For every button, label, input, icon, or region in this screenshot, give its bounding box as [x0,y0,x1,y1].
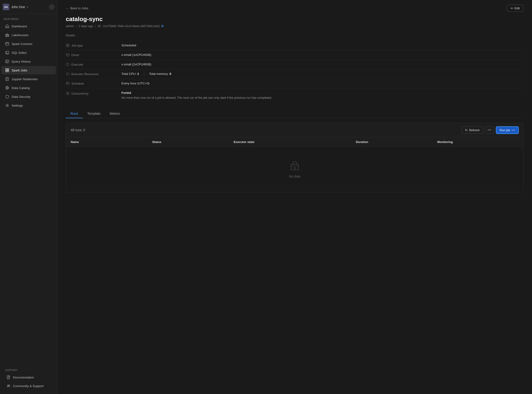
settings-icon [5,103,9,108]
sidebar-item-label: SQL Editor [12,51,27,54]
tab-runs[interactable]: Runs [66,109,83,118]
svg-rect-16 [66,44,67,45]
sidebar-item-data-security[interactable]: Data Security [1,93,56,101]
job-id: ID: 2c275906-794b-42c4-bbed-c897289c1e61… [98,24,164,28]
sidebar-item-spark-connect[interactable]: Spark Connect [1,40,56,48]
col-header-duration: Duration [356,140,438,144]
back-to-jobs-link[interactable]: ← Back to Jobs [66,6,88,10]
concurrency-value: Forbid No more than one run of a job is … [121,91,524,100]
concurrency-label: Concurrency [71,92,88,95]
community-icon [6,384,11,388]
runs-actions: ↻ Refresh </> Run job </> [462,126,519,134]
top-bar: ← Back to Jobs ✏ Edit [66,5,524,12]
sidebar-item-sql-editor[interactable]: SQL Editor [1,48,56,57]
runs-header: All runs: 0 ↻ Refresh </> Run job </> [66,123,523,137]
executor-icon [66,62,70,66]
detail-row-job-type: Job type Scheduled [66,41,524,50]
user-name: John Doe [11,5,25,9]
lakehouse-icon [5,33,9,37]
detail-row-executor-resources: Executor Resources Total CPU: 2 | Total … [66,69,524,79]
svg-rect-19 [68,46,69,47]
avatar: AA [3,4,9,10]
col-header-executor-state: Executor state [233,140,356,144]
job-type-label: Job type [71,44,83,47]
svg-point-14 [8,385,9,386]
svg-point-12 [7,105,8,106]
concurrency-icon [66,92,70,95]
job-title: catalog-sync [66,16,524,23]
svg-rect-6 [5,69,7,70]
support-section: SUPPORT Documentation Community & Suppor… [0,363,57,394]
svg-rect-23 [291,164,299,170]
collapse-sidebar-button[interactable]: ‹ [49,4,54,10]
sidebar-item-data-catalog[interactable]: Data Catalog [1,84,56,92]
sidebar-item-label: Data Catalog [12,86,30,90]
sql-icon [5,51,9,55]
sidebar-item-documentation[interactable]: Documentation [3,373,54,382]
sidebar-item-label: Settings [12,104,23,107]
no-data-text: No data [289,175,300,178]
home-icon [5,24,9,28]
support-label: SUPPORT [1,365,56,373]
detail-row-driver: Driver x-small (1vCPU/4GB) [66,50,524,60]
chevron-down-icon: ▾ [27,6,28,8]
svg-rect-0 [5,35,9,37]
driver-label: Driver [71,53,79,57]
sidebar-item-label: Dashboard [12,25,27,28]
details-section: Details Job type Scheduled Driver [66,34,524,103]
col-header-monitoring: Monitoring [437,140,519,144]
sidebar-item-settings[interactable]: Settings [1,101,56,110]
code-button[interactable]: </> [485,127,494,134]
sidebar-item-community-support[interactable]: Community & Support [3,382,54,390]
sidebar-item-label: Documentation [13,376,34,379]
edit-button[interactable]: ✏ Edit [507,5,524,12]
spark-connect-icon [5,42,9,46]
tab-metrics[interactable]: Metrics [105,109,125,118]
col-header-status: Status [152,140,234,144]
sidebar-item-label: Spark Jobs [12,69,27,72]
details-title: Details [66,34,524,37]
svg-rect-18 [66,46,67,47]
copy-icon[interactable]: ⧉ [161,24,164,28]
no-data-icon [289,161,300,172]
schedule-value: Every hour (UTC+0) [121,82,524,85]
svg-point-24 [294,167,295,169]
detail-row-executor: Executor x-small (2vCPU/8GB) [66,60,524,69]
sidebar-item-dashboard[interactable]: Dashboard [1,22,56,30]
code-icon: </> [487,128,491,132]
svg-rect-1 [5,42,9,45]
job-id-value: 2c275906-794b-42c4-bbed-c897289c1e61 [103,24,160,28]
user-menu[interactable]: AA John Doe ▾ [3,4,28,10]
catalog-icon [5,86,9,90]
spark-jobs-icon [5,68,9,72]
svg-rect-22 [66,82,69,85]
svg-rect-4 [5,51,9,54]
sidebar-item-label: Lakehouses [12,33,29,37]
tab-template[interactable]: Template [83,109,105,118]
job-meta: admin | 2 days ago | ID: 2c275906-794b-4… [66,24,524,28]
svg-rect-21 [66,63,69,65]
sidebar-item-jupyter-notebooks[interactable]: Jupyter Notebooks [1,75,56,83]
refresh-icon: ↻ [465,128,468,132]
tabs: Runs Template Metrics [66,109,524,118]
refresh-button[interactable]: ↻ Refresh [462,127,483,134]
sidebar-item-label: Query History [12,60,31,63]
svg-point-3 [7,43,7,43]
svg-rect-20 [66,54,69,56]
table-header: Name Status Executor state Duration Moni… [66,137,523,147]
run-job-button[interactable]: Run job </> [496,126,519,134]
runs-panel: All runs: 0 ↻ Refresh </> Run job </> [66,123,524,192]
sidebar-item-spark-jobs[interactable]: Spark Jobs [1,66,56,74]
svg-point-15 [9,385,10,386]
history-icon [5,59,9,63]
sidebar-item-label: Jupyter Notebooks [12,78,38,81]
detail-row-schedule: Schedule Every hour (UTC+0) [66,79,524,88]
grid-icon [66,44,70,47]
runs-count: All runs: 0 [71,128,85,132]
executor-value: x-small (2vCPU/8GB) [121,62,524,66]
executor-resources-label: Executor Resources [71,72,98,76]
sidebar-item-lakehouses[interactable]: Lakehouses [1,31,56,39]
sidebar-item-query-history[interactable]: Query History [1,57,56,66]
main-content: ← Back to Jobs ✏ Edit catalog-sync admin… [57,0,532,394]
col-header-name: Name [71,140,152,144]
